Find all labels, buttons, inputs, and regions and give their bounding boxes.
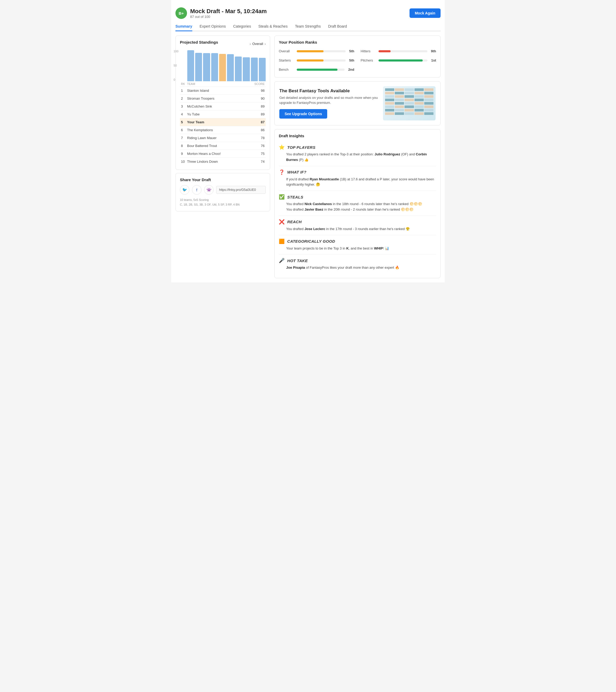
- share-draft-card: Share Your Draft 🐦 f 👾 10 teams, 5x5 Sco…: [175, 173, 270, 211]
- insight-header: ❌ REACH: [279, 219, 436, 225]
- scoring-line2: C, 1B, 2B, SS, 3B, 3 OF, Util, 5 SP, 3 R…: [180, 202, 265, 207]
- chart-bar: [203, 53, 210, 81]
- nav-item-team-strengths[interactable]: Team Strengths: [295, 22, 321, 31]
- twitter-button[interactable]: 🐦: [180, 185, 189, 195]
- position-ranks-card: Your Position Ranks Overall 5th Hitters …: [274, 36, 441, 78]
- rank-cell: 6: [180, 126, 186, 134]
- position-row: Starters 5th: [279, 57, 354, 64]
- insight-title: HOT TAKE: [287, 258, 308, 263]
- chart-bar: [243, 57, 250, 81]
- position-bar-wrap: [297, 50, 346, 52]
- insight-section: ✅ STEALS You drafted Nick Castellanos in…: [279, 191, 436, 216]
- position-row: Overall 5th: [279, 48, 354, 55]
- table-row: 1 Stanton Island 98: [180, 87, 265, 95]
- reddit-button[interactable]: 👾: [204, 185, 214, 195]
- chevron-left-icon[interactable]: ‹: [250, 42, 251, 45]
- y-label-100: 100: [174, 50, 178, 53]
- table-row: 3 McCutchen Sink 89: [180, 103, 265, 110]
- upgrade-button[interactable]: See Upgrade Options: [279, 109, 327, 118]
- insights-container: ⭐ TOP PLAYERS You drafted 2 players rank…: [279, 141, 436, 274]
- nav-item-steals-reaches[interactable]: Steals & Reaches: [258, 22, 288, 31]
- th-team: TEAM: [186, 81, 245, 87]
- header-left: B+ Mock Draft - Mar 5, 10:24am 87 out of…: [175, 7, 267, 19]
- insight-section: ❓ WHAT IF? If you'd drafted Ryan Mountca…: [279, 166, 436, 191]
- insight-icon: ⭐: [279, 144, 284, 150]
- table-row: 2 Stroman Troopers 90: [180, 95, 265, 103]
- y-label-50: 50: [174, 64, 178, 67]
- rank-cell: 8: [180, 142, 186, 150]
- score-cell: 89: [245, 103, 265, 110]
- main-nav: Summary Expert Opinions Categories Steal…: [175, 22, 441, 31]
- grade-badge: B+: [175, 7, 187, 19]
- chart-bar: [259, 58, 265, 81]
- position-row: Pitchers 1st: [361, 57, 436, 64]
- table-row: 10 Three Lindors Down 74: [180, 158, 265, 166]
- position-rank: 2nd: [348, 68, 354, 71]
- insight-title: TOP PLAYERS: [287, 145, 315, 150]
- position-label: Hitters: [361, 49, 376, 53]
- upgrade-text: The Best Fantasy Tools Available Get det…: [279, 88, 379, 118]
- rank-cell: 3: [180, 103, 186, 110]
- position-label: Starters: [279, 58, 295, 62]
- score-cell: 86: [245, 126, 265, 134]
- projected-standings-card: Projected Standings ‹ Overall › 100 50 0: [175, 36, 270, 170]
- team-cell: Your Team: [186, 118, 245, 126]
- score-cell: 90: [245, 95, 265, 103]
- insight-title: REACH: [287, 219, 302, 224]
- upgrade-image: [383, 86, 436, 121]
- score-cell: 78: [245, 134, 265, 142]
- position-label: Pitchers: [361, 58, 376, 62]
- main-content: Projected Standings ‹ Overall › 100 50 0: [175, 36, 441, 278]
- insight-body: You drafted 2 players ranked in the Top-…: [279, 152, 436, 163]
- insight-icon: 🟧: [279, 238, 284, 244]
- score-cell: 74: [245, 158, 265, 166]
- insight-title: WHAT IF?: [287, 170, 306, 174]
- draft-insights-card: Draft Insights ⭐ TOP PLAYERS You drafted…: [274, 129, 441, 278]
- team-cell: Morton Hears a Choo!: [186, 150, 245, 158]
- insight-body-text: Your team projects to be in the Top 3 in…: [286, 246, 436, 251]
- nav-item-draft-board[interactable]: Draft Board: [328, 22, 347, 31]
- score-cell: 98: [245, 87, 265, 95]
- rank-cell: 4: [180, 110, 186, 118]
- team-cell: Yu Tube: [186, 110, 245, 118]
- overall-nav: ‹ Overall ›: [250, 42, 265, 46]
- team-cell: Stroman Troopers: [186, 95, 245, 103]
- insight-body-text: You drafted 2 players ranked in the Top-…: [286, 152, 436, 163]
- position-rank: 5th: [349, 58, 355, 62]
- nav-item-summary[interactable]: Summary: [175, 22, 192, 31]
- facebook-button[interactable]: f: [192, 185, 201, 195]
- th-rank: RK: [180, 81, 186, 87]
- position-label: Overall: [279, 49, 295, 53]
- draft-subtitle: 87 out of 100: [190, 15, 267, 19]
- insight-title: CATEGORICALLY GOOD: [287, 239, 335, 243]
- chart-bar: [187, 50, 194, 81]
- nav-item-categories[interactable]: Categories: [233, 22, 251, 31]
- position-bar: [379, 50, 390, 52]
- score-cell: 89: [245, 110, 265, 118]
- chart-bar: [251, 58, 258, 81]
- position-rank: 1st: [431, 58, 436, 62]
- position-bar: [297, 60, 323, 62]
- share-url-input[interactable]: [216, 186, 265, 194]
- insight-header: ✅ STEALS: [279, 194, 436, 200]
- nav-item-expert-opinions[interactable]: Expert Opinions: [200, 22, 226, 31]
- insight-icon: 🎤: [279, 258, 284, 263]
- team-cell: McCutchen Sink: [186, 103, 245, 110]
- upgrade-description: Get detailed analysis on your drafts and…: [279, 95, 379, 105]
- insight-body-text: Joe Pisapia of FantasyPros likes your dr…: [286, 265, 436, 271]
- overall-label: Overall: [252, 42, 263, 46]
- table-row: 8 Bour Battered Trout 76: [180, 142, 265, 150]
- chevron-right-icon[interactable]: ›: [264, 42, 265, 45]
- insight-body-text: If you'd drafted Ryan Mountcastle (1B) a…: [286, 177, 436, 188]
- insight-body: If you'd drafted Ryan Mountcastle (1B) a…: [279, 177, 436, 188]
- social-row: 🐦 f 👾: [180, 185, 265, 195]
- chart-bar: [219, 54, 226, 81]
- position-bar-wrap: [379, 50, 427, 52]
- position-bar: [297, 50, 323, 52]
- mock-again-button[interactable]: Mock Again: [409, 8, 441, 18]
- insight-body-text: You drafted Nick Castellanos in the 18th…: [286, 201, 436, 207]
- insight-section: ❌ REACH You drafted Jose Leclerc in the …: [279, 216, 436, 235]
- insight-body: Your team projects to be in the Top 3 in…: [279, 246, 436, 251]
- score-cell: 87: [245, 118, 265, 126]
- insight-header: 🎤 HOT TAKE: [279, 258, 436, 263]
